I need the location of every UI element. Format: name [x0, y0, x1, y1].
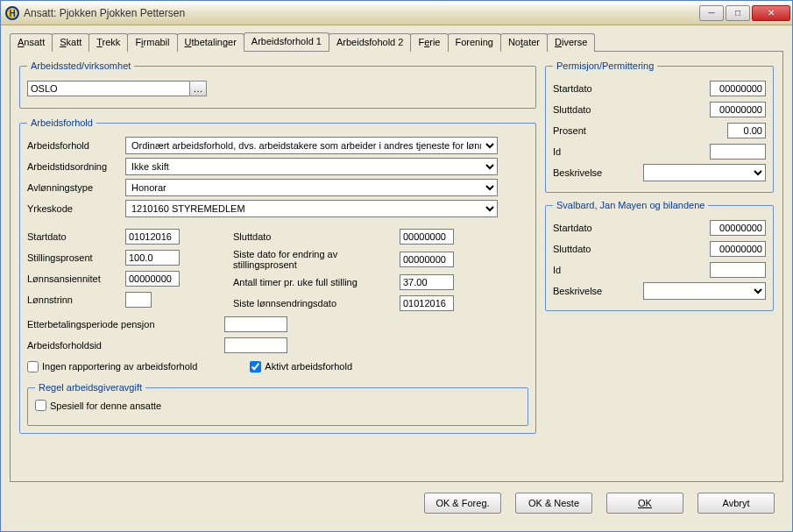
sluttdato-input[interactable] [400, 229, 454, 245]
perm-id-label: Id [553, 146, 628, 157]
etterbetaling-label: Etterbetalingsperiode pensjon [27, 319, 224, 330]
arbeidssted-group: Arbeidssted/virksomhet … [19, 60, 536, 109]
tab-arbeidsfohold-2[interactable]: Arbeidsfohold 2 [329, 33, 411, 52]
aktivt-arbeidsforhold-checkbox[interactable]: Aktivt arbeidsforhold [250, 361, 352, 372]
avlonningstype-label: Avlønningstype [27, 182, 125, 193]
tabs-row: AnsattSkattTrekkFirmabilUtbetalingerArbe… [10, 32, 783, 52]
right-column: Permisjon/Permittering Startdato Sluttda… [545, 60, 774, 472]
sval-beskrivelse-label: Beskrivelse [553, 286, 628, 296]
tab-arbeidsforhold-1[interactable]: Arbeidsforhold 1 [244, 32, 329, 51]
tab-notater[interactable]: Notater [500, 33, 548, 52]
arbeidssted-input[interactable] [27, 81, 190, 96]
perm-id-input[interactable] [710, 144, 766, 160]
antall-timer-input[interactable] [400, 274, 454, 290]
tab-forening[interactable]: Forening [448, 33, 501, 52]
perm-beskrivelse-select[interactable] [643, 164, 766, 181]
siste-lonnsendring-label: Siste lønnsendringsdato [233, 298, 400, 309]
perm-prosent-input[interactable] [727, 123, 766, 138]
arbeidstidsordning-select[interactable]: Ikke skift [125, 158, 498, 175]
sluttdato-label: Sluttdato [233, 231, 400, 242]
tab-skatt[interactable]: Skatt [52, 33, 89, 52]
tab-firmabil[interactable]: Firmabil [127, 33, 177, 52]
perm-startdato-input[interactable] [710, 81, 766, 96]
ingen-rapportering-checkbox[interactable]: Ingen rapportering av arbeidsforhold [27, 361, 197, 372]
sval-startdato-input[interactable] [710, 220, 766, 236]
siste-endring-input[interactable] [400, 252, 454, 267]
lonnsansiennitet-input[interactable] [125, 271, 180, 287]
siste-lonnsendring-input[interactable] [400, 295, 454, 311]
left-column: Arbeidssted/virksomhet … Arbeidsforhold … [19, 60, 536, 472]
stillingsprosent-input[interactable] [125, 250, 180, 266]
maximize-button[interactable]: □ [726, 5, 750, 21]
employee-window: H Ansatt: Pjokken Pjokken Pettersen ─ □ … [0, 0, 793, 532]
tab-trekk[interactable]: Trekk [89, 33, 128, 52]
tab-body: Arbeidssted/virksomhet … Arbeidsforhold … [10, 52, 783, 482]
minimize-button[interactable]: ─ [699, 5, 724, 21]
arbeidsforhold-group: Arbeidsforhold Arbeidsforhold Ordinært a… [19, 117, 536, 434]
perm-beskrivelse-label: Beskrivelse [553, 167, 628, 178]
arbeidssted-browse-button[interactable]: … [189, 81, 207, 96]
tab-utbetalinger[interactable]: Utbetalinger [177, 33, 244, 52]
svg-text:H: H [9, 9, 15, 18]
svalbard-legend: Svalbard, Jan Mayen og bilandene [553, 200, 708, 210]
ok-neste-button[interactable]: OK & Neste [515, 493, 592, 514]
sval-beskrivelse-select[interactable] [643, 282, 766, 300]
perm-sluttdato-input[interactable] [710, 102, 766, 117]
spesiell-checkbox[interactable]: Spesiell for denne ansatte [35, 400, 520, 411]
window-title: Ansatt: Pjokken Pjokken Pettersen [24, 7, 699, 19]
arbeidsforhold-select[interactable]: Ordinært arbeidsforhold, dvs. arbeidstak… [125, 137, 498, 154]
titlebar: H Ansatt: Pjokken Pjokken Pettersen ─ □ … [1, 1, 792, 25]
arbeidsforhold-legend: Arbeidsforhold [27, 117, 96, 128]
dialog-buttons: OK & Foreg. OK & Neste OK Avbryt [10, 482, 783, 522]
etterbetaling-input[interactable] [224, 316, 287, 332]
lonnsansiennitet-label: Lønnsansiennitet [27, 273, 125, 284]
sval-id-input[interactable] [710, 262, 766, 278]
sval-sluttdato-input[interactable] [710, 241, 766, 257]
perm-prosent-label: Prosent [553, 125, 628, 136]
arbeidstidsordning-label: Arbeidstidsordning [27, 161, 125, 172]
startdato-input[interactable] [125, 229, 180, 245]
sval-startdato-label: Startdato [553, 223, 628, 233]
antall-timer-label: Antall timer pr. uke full stilling [233, 277, 400, 287]
app-icon: H [4, 5, 20, 21]
permisjon-group: Permisjon/Permittering Startdato Sluttda… [545, 60, 774, 193]
tab-diverse[interactable]: Diverse [547, 33, 595, 52]
arbeidsforholdsid-label: Arbeidsforholdsid [27, 340, 224, 351]
ok-button[interactable]: OK [606, 493, 683, 514]
siste-endring-label: Siste dato for endring av stillingsprose… [233, 249, 400, 270]
arbeidsforholdsid-input[interactable] [224, 337, 287, 353]
lonnstrinn-input[interactable] [125, 292, 152, 308]
svalbard-group: Svalbard, Jan Mayen og bilandene Startda… [545, 200, 774, 311]
perm-sluttdato-label: Sluttdato [553, 104, 628, 115]
lonnstrinn-label: Lønnstrinn [27, 294, 125, 305]
tab-ferie[interactable]: Ferie [410, 33, 448, 52]
close-button[interactable]: ✕ [752, 5, 790, 21]
arbeidssted-legend: Arbeidssted/virksomhet [27, 60, 134, 71]
yrkeskode-label: Yrkeskode [27, 203, 125, 214]
yrkeskode-select[interactable]: 1210160 STYREMEDLEM [125, 200, 498, 217]
ok-foreg-button[interactable]: OK & Foreg. [424, 493, 501, 514]
tab-ansatt[interactable]: Ansatt [10, 33, 53, 52]
sval-id-label: Id [553, 265, 628, 275]
regel-group: Regel arbeidsgiveravgift Spesiell for de… [27, 382, 528, 426]
perm-startdato-label: Startdato [553, 83, 628, 94]
avlonningstype-select[interactable]: Honorar [125, 179, 498, 196]
startdato-label: Startdato [27, 231, 125, 242]
sval-sluttdato-label: Sluttdato [553, 244, 628, 254]
avbryt-button[interactable]: Avbryt [697, 493, 775, 514]
permisjon-legend: Permisjon/Permittering [553, 60, 657, 71]
arbeidsforhold-label: Arbeidsforhold [27, 140, 125, 151]
content-area: AnsattSkattTrekkFirmabilUtbetalingerArbe… [1, 25, 792, 531]
stillingsprosent-label: Stillingsprosent [27, 252, 125, 263]
window-buttons: ─ □ ✕ [699, 5, 790, 21]
regel-legend: Regel arbeidsgiveravgift [35, 382, 145, 393]
